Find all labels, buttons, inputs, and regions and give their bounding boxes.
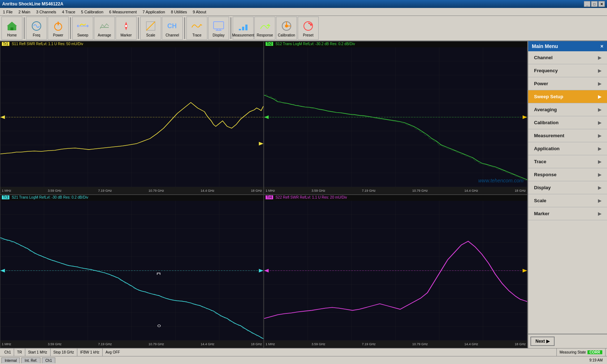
marker-icon — [120, 20, 133, 32]
scale-icon — [144, 20, 157, 32]
maximize-button[interactable]: □ — [591, 1, 598, 7]
sidebar-item-scale[interactable]: Scale▶ — [528, 194, 607, 207]
response-label: Response — [257, 33, 273, 37]
chart-panel-tr4: Tr4 S22 Refl SWR RefLvl: 1.1 U Res: 20 m… — [264, 195, 528, 348]
freq-icon — [30, 20, 43, 32]
trace-label: Trace — [192, 33, 201, 37]
window-controls[interactable]: _ □ ✕ — [584, 1, 605, 7]
sidebar-item-display[interactable]: Display▶ — [528, 181, 607, 194]
sidebar-item-label-scale: Scale — [534, 198, 546, 203]
response-icon — [258, 20, 271, 32]
chart-header-tr2: Tr2 S12 Trans LogM RefLvl: -30.2 dB Res:… — [264, 42, 527, 47]
sidebar-arrow-marker: ▶ — [598, 211, 601, 216]
sidebar-item-channel[interactable]: Channel▶ — [528, 51, 607, 64]
menu-item-3-channels[interactable]: 3 Channels — [33, 9, 59, 15]
chart-panel-tr2: Tr2 S12 Trans LogM RefLvl: -30.2 dB Res:… — [264, 41, 528, 195]
svg-marker-1 — [7, 22, 17, 26]
menu-item-1-file[interactable]: 1 File — [0, 9, 16, 15]
svg-point-11 — [125, 25, 127, 27]
bottom-tab-internal[interactable]: Internal — [1, 358, 20, 363]
sidebar-item-calibration[interactable]: Calibration▶ — [528, 116, 607, 129]
trace-icon — [190, 20, 203, 32]
tr3-label: S21 Trans LogM RefLvl: -30 dB Res: 0.2 d… — [12, 195, 88, 199]
tr1-xaxis: 1 MHz 3.59 GHz 7.19 GHz 10.79 GHz 14.4 G… — [0, 187, 263, 194]
tr2-canvas — [264, 47, 527, 187]
toolbar-separator — [231, 17, 231, 39]
toolbar-btn-scale[interactable]: Scale — [140, 17, 161, 40]
menu-bar: 1 File2 Main3 Channels4 Trace5 Calibrati… — [0, 8, 607, 16]
toolbar-separator — [70, 17, 71, 39]
toolbar-btn-calibration[interactable]: Calibration — [276, 17, 297, 40]
title-bar: Anritsu ShockLine MS46122A _ □ ✕ — [0, 0, 607, 8]
tr3-svg — [0, 201, 263, 341]
status-stop-label: Stop 18 GHz — [53, 350, 74, 354]
sidebar-item-averaging[interactable]: Averaging▶ — [528, 103, 607, 116]
menu-item-7-application[interactable]: 7 Application — [139, 9, 168, 15]
bottom-tab-int-ref[interactable]: Int. Ref. — [21, 358, 40, 363]
sidebar-item-measurement[interactable]: Measurement▶ — [528, 129, 607, 142]
marker-label: Marker — [120, 33, 132, 37]
toolbar-btn-power[interactable]: Power — [48, 17, 69, 40]
sidebar-item-label-power: Power — [534, 81, 548, 86]
sidebar-item-application[interactable]: Application▶ — [528, 142, 607, 155]
toolbar-btn-marker[interactable]: Marker — [116, 17, 137, 40]
status-start-label: Start 1 MHz — [28, 350, 47, 354]
bottom-tab-ch1[interactable]: Ch1 — [42, 358, 55, 363]
toolbar-btn-response[interactable]: Response — [254, 17, 275, 40]
toolbar-btn-trace[interactable]: Trace — [186, 17, 207, 40]
channel-icon: CH — [166, 20, 179, 32]
tr1-canvas — [0, 47, 263, 187]
toolbar-btn-display[interactable]: Display — [208, 17, 229, 40]
menu-item-6-measurement[interactable]: 6 Measurement — [106, 9, 139, 15]
sidebar-close-button[interactable]: × — [600, 43, 603, 49]
sidebar-item-sweep-setup[interactable]: Sweep Setup▶ — [528, 90, 607, 103]
next-button[interactable]: Next ▶ — [530, 337, 555, 346]
app-title: Anritsu ShockLine MS46122A — [2, 1, 63, 6]
svg-rect-2 — [10, 27, 13, 30]
sidebar-arrow-sweep-setup: ▶ — [598, 94, 601, 99]
toolbar-btn-average[interactable]: Average — [94, 17, 115, 40]
sidebar-item-label-measurement: Measurement — [534, 133, 564, 138]
sidebar-title-label: Main Menu — [532, 43, 558, 49]
svg-rect-19 — [239, 29, 241, 30]
toolbar-btn-measurement[interactable]: Measurement — [233, 17, 254, 40]
menu-item-8-utilities[interactable]: 8 Utilities — [168, 9, 190, 15]
toolbar-separator — [24, 17, 25, 39]
toolbar-btn-preset[interactable]: Preset — [298, 17, 319, 40]
menu-item-5-calibration[interactable]: 5 Calibration — [78, 9, 106, 15]
sidebar-arrow-scale: ▶ — [598, 198, 601, 203]
tr2-svg — [264, 47, 527, 187]
home-label: Home — [7, 33, 17, 37]
sidebar-title: Main Menu × — [528, 41, 607, 51]
menu-item-4-trace[interactable]: 4 Trace — [59, 9, 78, 15]
sidebar: Main Menu × Channel▶Frequency▶Power▶Swee… — [528, 41, 607, 348]
measurement-icon — [237, 20, 250, 32]
status-stop: Stop 18 GHz — [51, 348, 77, 356]
close-button[interactable]: ✕ — [598, 1, 605, 7]
calibration-label: Calibration — [278, 33, 295, 37]
menu-item-9-about[interactable]: 9 About — [190, 9, 209, 15]
status-ch: Ch1 — [1, 348, 14, 356]
status-ch-label: Ch1 — [4, 350, 11, 354]
sidebar-item-trace[interactable]: Trace▶ — [528, 155, 607, 168]
status-ifbw-label: IFBW 1 kHz — [80, 350, 99, 354]
tr2-xaxis: 1 MHz 3.59 GHz 7.19 GHz 10.79 GHz 14.4 G… — [264, 187, 527, 194]
status-start: Start 1 MHz — [25, 348, 51, 356]
chart-header-tr4: Tr4 S22 Refl SWR RefLvl: 1.1 U Res: 20 m… — [264, 195, 527, 201]
chart-header-tr3: Tr3 S21 Trans LogM RefLvl: -30 dB Res: 0… — [0, 195, 263, 201]
toolbar-btn-channel[interactable]: CHChannel — [162, 17, 183, 40]
channel-label: Channel — [165, 33, 179, 37]
calibration-icon — [280, 20, 293, 32]
toolbar-btn-home[interactable]: Home — [1, 17, 22, 40]
toolbar-btn-sweep[interactable]: Sweep — [72, 17, 93, 40]
sidebar-item-marker[interactable]: Marker▶ — [528, 207, 607, 220]
sidebar-item-frequency[interactable]: Frequency▶ — [528, 64, 607, 77]
menu-item-2-main[interactable]: 2 Main — [16, 9, 33, 15]
minimize-button[interactable]: _ — [584, 1, 590, 7]
sidebar-item-label-response: Response — [534, 172, 556, 177]
display-label: Display — [213, 33, 225, 37]
sidebar-item-response[interactable]: Response▶ — [528, 168, 607, 181]
toolbar-btn-freq[interactable]: Freq — [26, 17, 47, 40]
toolbar: HomeFreqPowerSweepAverageMarkerScaleCHCh… — [0, 16, 607, 41]
sidebar-item-power[interactable]: Power▶ — [528, 77, 607, 90]
